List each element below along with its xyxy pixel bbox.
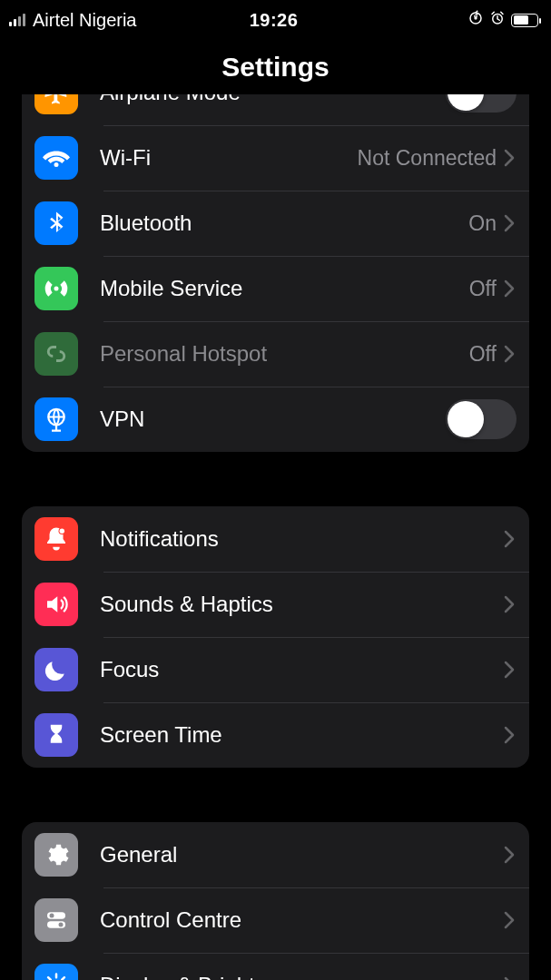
row-label: Mobile Service [100,276,242,301]
row-personal-hotspot[interactable]: Personal Hotspot Off [22,321,529,387]
hourglass-icon [34,713,78,757]
row-general[interactable]: General [22,822,529,887]
orientation-lock-icon [467,10,484,31]
row-label: Focus [100,657,159,682]
row-screen-time[interactable]: Screen Time [22,702,529,768]
row-label: Airplane Mode [100,94,241,105]
row-label: General [100,842,177,867]
battery-icon [511,14,538,27]
row-vpn[interactable]: VPN [22,387,529,452]
group-connectivity: Airplane Mode Wi-Fi Not Connected Blueto… [22,94,529,452]
row-value: On [468,211,504,236]
antenna-icon [34,267,78,310]
row-value: Not Connected [358,146,504,171]
row-value: Off [469,342,504,367]
row-label: Screen Time [100,722,222,748]
chevron-right-icon [504,149,517,167]
row-notifications[interactable]: Notifications [22,506,529,572]
vpn-toggle[interactable] [446,399,517,439]
row-label: Sounds & Haptics [100,592,273,617]
carrier-label: Airtel Nigeria [33,10,136,31]
row-label: Wi-Fi [100,145,151,171]
switches-icon [34,898,78,942]
svg-point-7 [50,914,54,918]
chevron-right-icon [504,661,517,679]
nav-header: Settings [0,40,551,94]
row-sounds-haptics[interactable]: Sounds & Haptics [22,572,529,637]
row-label: Personal Hotspot [100,341,267,367]
row-label: Bluetooth [100,211,192,236]
chevron-right-icon [504,911,517,929]
link-icon [34,332,78,376]
settings-scroll[interactable]: Airplane Mode Wi-Fi Not Connected Blueto… [0,94,551,980]
row-display-brightness[interactable]: Display & Brightness [22,953,529,980]
row-airplane-mode[interactable]: Airplane Mode [22,94,529,125]
wifi-icon [34,136,78,180]
globe-icon [34,397,78,441]
speaker-icon [34,583,78,626]
gear-icon [34,833,78,877]
clock-label: 19:26 [250,10,299,30]
chevron-right-icon [504,846,517,864]
group-general: General Control Centre Display & Brightn… [22,822,529,980]
brightness-icon [34,964,78,980]
chevron-right-icon [504,345,517,363]
airplane-toggle[interactable] [446,94,517,113]
row-control-centre[interactable]: Control Centre [22,887,529,953]
bell-icon [34,517,78,561]
row-wifi[interactable]: Wi-Fi Not Connected [22,125,529,191]
moon-icon [34,648,78,691]
row-mobile-service[interactable]: Mobile Service Off [22,256,529,321]
svg-point-9 [59,923,64,927]
row-label: Control Centre [100,907,241,933]
row-focus[interactable]: Focus [22,637,529,702]
row-label: Notifications [100,526,219,552]
alarm-icon [489,10,506,31]
bluetooth-icon [34,201,78,245]
signal-icon [9,14,25,26]
chevron-right-icon [504,595,517,613]
chevron-right-icon [504,279,517,298]
page-title: Settings [221,52,329,83]
chevron-right-icon [504,214,517,232]
row-bluetooth[interactable]: Bluetooth On [22,191,529,256]
chevron-right-icon [504,530,517,548]
row-value: Off [469,277,504,301]
row-label: VPN [100,407,144,432]
airplane-icon [34,94,78,114]
group-notifications: Notifications Sounds & Haptics Focus [22,506,529,768]
row-label: Display & Brightness [100,973,300,980]
chevron-right-icon [504,976,517,980]
svg-point-5 [60,529,65,534]
status-bar: Airtel Nigeria 19:26 [0,0,551,40]
chevron-right-icon [504,726,517,744]
